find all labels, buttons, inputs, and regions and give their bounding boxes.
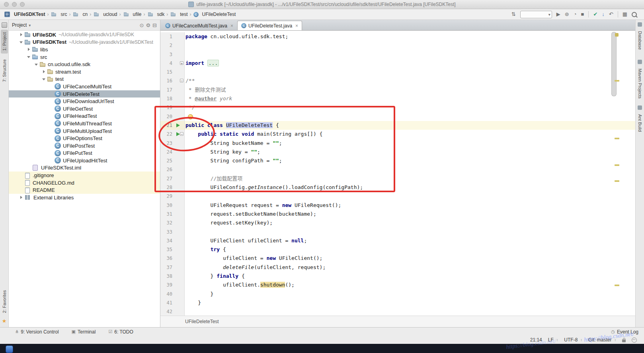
code-text[interactable]: * @author york [185, 94, 635, 103]
tree-item-src[interactable]: src [9, 53, 160, 61]
code-line-26[interactable]: 26 [160, 165, 635, 174]
code-line-33[interactable]: 33 [160, 228, 635, 236]
tree-item-libs[interactable]: libs [9, 46, 160, 53]
vcs-update-icon[interactable]: ↓ [602, 11, 605, 18]
vcs-commit-icon[interactable]: ✔ [593, 11, 597, 18]
tool-button-maven-projects[interactable]: Maven Projects [636, 66, 644, 101]
editor-gutter[interactable] [172, 156, 185, 165]
editor-gutter[interactable] [172, 201, 185, 210]
zoom-window-button[interactable] [20, 2, 25, 7]
hector-inspection-icon[interactable] [632, 337, 637, 343]
tree-item-ufilemultiuploadtest[interactable]: CUFileMultiUploadTest [9, 127, 160, 135]
expand-arrow-icon[interactable] [19, 194, 24, 201]
editor-gutter[interactable] [172, 32, 185, 41]
project-panel-title[interactable]: Project [12, 22, 27, 28]
tool-button-favorites[interactable]: 2: Favorites [1, 287, 8, 316]
editor-gutter[interactable] [172, 112, 185, 121]
close-window-button[interactable] [4, 2, 9, 7]
editor-gutter[interactable] [172, 41, 185, 50]
expand-arrow-icon[interactable] [41, 76, 47, 82]
code-text[interactable]: request.setBucketName(bucketName); [185, 210, 635, 218]
tool-button-todo[interactable]: ☑ 6: TODO [108, 329, 133, 335]
tree-item-ufileoptionstest[interactable]: CUFileOptionsTest [9, 135, 160, 142]
code-line-32[interactable]: 32 request.setKey(key); [160, 218, 635, 227]
run-gutter-icon[interactable] [176, 132, 180, 136]
tree-item-ufilegettest[interactable]: CUFileGetTest [9, 105, 160, 113]
code-text[interactable]: /** [185, 76, 635, 85]
editor-gutter[interactable]: + [172, 59, 185, 68]
editor-gutter[interactable] [172, 290, 185, 298]
tree-item-cn-ucloud-ufile-sdk[interactable]: cn.ucloud.ufile.sdk [9, 60, 160, 68]
close-tab-icon[interactable]: × [230, 23, 233, 29]
code-line-4[interactable]: 4+import ... [160, 59, 635, 68]
encoding-widget[interactable]: UTF-8 ↕ [564, 337, 582, 343]
code-text[interactable] [185, 228, 635, 236]
tree-item-ufiledeletetest[interactable]: CUFileDeleteTest [9, 90, 160, 98]
editor-gutter[interactable] [172, 165, 185, 174]
expand-arrow-icon[interactable] [41, 68, 47, 75]
tree-item-ufilesdk[interactable]: UFileSDK~/Ucloud/ufile-javasdk/v1/UFileS… [9, 31, 160, 39]
code-text[interactable]: public static void main(String args[]) { [185, 130, 635, 138]
fold-icon[interactable]: − [180, 132, 183, 136]
vcs-rollback-icon[interactable]: ↶ [609, 11, 613, 18]
dock-icon[interactable] [6, 345, 13, 353]
code-line-1[interactable]: 1package cn.ucloud.ufile.sdk.test; [160, 32, 635, 41]
error-stripe-mark[interactable] [615, 285, 619, 286]
editor-gutter[interactable] [172, 307, 185, 316]
editor-gutter[interactable] [172, 210, 185, 218]
editor-breadcrumb[interactable]: UFileDeleteTest [185, 319, 219, 324]
editor-gutter[interactable] [172, 183, 185, 192]
code-line-29[interactable]: 29 [160, 192, 635, 201]
editor-gutter[interactable]: − [172, 130, 185, 138]
expand-arrow-icon[interactable] [26, 54, 32, 60]
tree-item-ufileheadtest[interactable]: CUFileHeadTest [9, 113, 160, 120]
tool-window-switcher-icon[interactable] [2, 22, 7, 28]
code-line-18[interactable]: 18 * @author york [160, 94, 635, 103]
code-line-37[interactable]: 37 deleteFile(ufileClient, request); [160, 263, 635, 272]
code-text[interactable]: ufileClient.shutdown(); [185, 281, 635, 289]
breadcrumb-item[interactable]: CUFileDeleteTest [193, 12, 236, 17]
tool-button-version-control[interactable]: ⋔ 9: Version Control [15, 329, 59, 335]
breadcrumb-item[interactable]: UFileSDKTest [4, 11, 45, 18]
code-line-34[interactable]: 34 UFileClient ufileClient = null; [160, 236, 635, 245]
tool-button-ant-build[interactable]: Ant Build [636, 111, 644, 135]
tree-item--gitignore[interactable]: .gitignore [9, 172, 160, 179]
code-text[interactable] [185, 192, 635, 201]
event-log-button[interactable]: ◷ Event Log [611, 329, 638, 335]
code-text[interactable]: //加载配置项 [185, 174, 635, 183]
editor-gutter[interactable] [172, 254, 185, 263]
editor-gutter[interactable] [172, 103, 185, 112]
editor-gutter[interactable] [172, 192, 185, 201]
code-line-23[interactable]: 23 String bucketName = ""; [160, 139, 635, 148]
code-text[interactable]: deleteFile(ufileClient, request); [185, 263, 635, 272]
editor-gutter[interactable] [172, 139, 185, 148]
code-text[interactable]: * 删除文件测试 [185, 86, 635, 94]
error-stripe-mark[interactable] [615, 138, 619, 139]
code-line-40[interactable]: 40 } [160, 290, 635, 298]
scroll-from-source-icon[interactable]: ⊙ [140, 22, 144, 28]
code-line-35[interactable]: 35 try { [160, 245, 635, 254]
code-text[interactable]: } [185, 298, 635, 307]
code-line-38[interactable]: 38 } finally { [160, 272, 635, 281]
code-text[interactable]: ufileClient = new UFileClient(); [185, 254, 635, 263]
editor-gutter[interactable] [172, 263, 185, 272]
code-text[interactable]: String key = ""; [185, 148, 635, 156]
expand-arrow-icon[interactable] [34, 61, 39, 68]
code-text[interactable] [185, 68, 635, 76]
code-text[interactable]: String configPath = ""; [185, 156, 635, 165]
breadcrumb-item[interactable]: cn [72, 11, 88, 18]
code-line-31[interactable]: 31 request.setBucketName(bucketName); [160, 210, 635, 218]
code-text[interactable]: } finally { [185, 272, 635, 281]
code-editor[interactable]: 1package cn.ucloud.ufile.sdk.test;234+im… [160, 31, 635, 316]
tree-item-ufilemultithreadtest[interactable]: CUFileMultiThreadTest [9, 120, 160, 127]
code-text[interactable]: public class UFileDeleteTest { [185, 121, 635, 130]
tab-ufiledeletetest[interactable]: C UFileDeleteTest.java × [237, 21, 302, 30]
tree-item-external-libraries[interactable]: External Libraries [9, 194, 160, 201]
code-line-30[interactable]: 30 UFileRequest request = new UFileReque… [160, 201, 635, 210]
expand-arrow-icon[interactable] [26, 46, 32, 53]
tool-button-terminal[interactable]: ▣ Terminal [72, 329, 96, 335]
code-text[interactable] [185, 165, 635, 174]
editor-gutter[interactable] [172, 298, 185, 307]
code-line-21[interactable]: 21public class UFileDeleteTest { [160, 121, 635, 130]
breadcrumb-item[interactable]: ucloud [93, 11, 117, 18]
